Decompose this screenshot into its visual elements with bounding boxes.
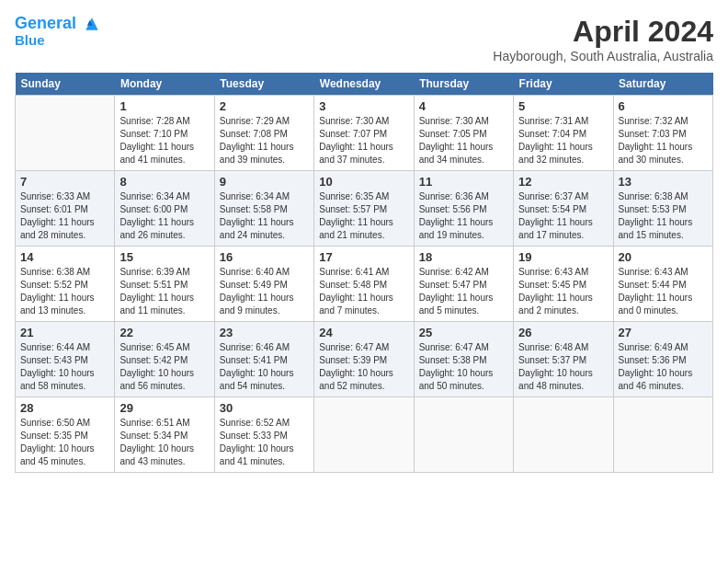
calendar-table: SundayMondayTuesdayWednesdayThursdayFrid… bbox=[15, 73, 713, 473]
day-number: 14 bbox=[20, 250, 109, 264]
calendar-cell: 1Sunrise: 7:28 AMSunset: 7:10 PMDaylight… bbox=[115, 96, 214, 171]
day-info: Sunrise: 6:38 AMSunset: 5:53 PMDaylight:… bbox=[619, 190, 708, 242]
calendar-cell: 27Sunrise: 6:49 AMSunset: 5:36 PMDayligh… bbox=[613, 322, 712, 397]
day-number: 30 bbox=[220, 401, 309, 415]
day-number: 28 bbox=[20, 401, 109, 415]
title-area: April 2024 Hayborough, South Australia, … bbox=[493, 15, 713, 63]
calendar-week-row: 14Sunrise: 6:38 AMSunset: 5:52 PMDayligh… bbox=[16, 247, 713, 322]
day-number: 15 bbox=[119, 250, 209, 264]
calendar-cell: 10Sunrise: 6:35 AMSunset: 5:57 PMDayligh… bbox=[314, 171, 414, 247]
logo-subtext: Blue bbox=[15, 33, 101, 49]
page-header: General Blue April 2024 Hayborough, Sout… bbox=[15, 15, 713, 63]
day-number: 27 bbox=[619, 326, 708, 339]
day-info: Sunrise: 6:40 AMSunset: 5:49 PMDaylight:… bbox=[220, 266, 309, 317]
day-number: 25 bbox=[419, 326, 508, 339]
day-number: 10 bbox=[319, 175, 408, 189]
calendar-cell: 21Sunrise: 6:44 AMSunset: 5:43 PMDayligh… bbox=[16, 322, 115, 397]
weekday-header: Sunday bbox=[16, 73, 115, 96]
calendar-cell: 3Sunrise: 7:30 AMSunset: 7:07 PMDaylight… bbox=[314, 96, 414, 171]
calendar-cell: 28Sunrise: 6:50 AMSunset: 5:35 PMDayligh… bbox=[16, 397, 115, 473]
day-info: Sunrise: 6:47 AMSunset: 5:39 PMDaylight:… bbox=[319, 341, 408, 393]
calendar-cell: 15Sunrise: 6:39 AMSunset: 5:51 PMDayligh… bbox=[115, 247, 214, 322]
day-info: Sunrise: 6:44 AMSunset: 5:43 PMDaylight:… bbox=[20, 341, 109, 393]
day-info: Sunrise: 6:37 AMSunset: 5:54 PMDaylight:… bbox=[518, 190, 608, 242]
weekday-header: Monday bbox=[115, 73, 214, 96]
calendar-cell: 5Sunrise: 7:31 AMSunset: 7:04 PMDaylight… bbox=[514, 96, 613, 171]
day-number: 11 bbox=[419, 175, 508, 189]
calendar-cell: 7Sunrise: 6:33 AMSunset: 6:01 PMDaylight… bbox=[16, 171, 115, 247]
calendar-cell: 11Sunrise: 6:36 AMSunset: 5:56 PMDayligh… bbox=[414, 171, 513, 247]
day-number: 21 bbox=[20, 326, 109, 339]
day-number: 24 bbox=[319, 326, 408, 339]
day-info: Sunrise: 6:43 AMSunset: 5:45 PMDaylight:… bbox=[518, 266, 608, 317]
day-info: Sunrise: 6:35 AMSunset: 5:57 PMDaylight:… bbox=[319, 190, 408, 242]
day-info: Sunrise: 6:51 AMSunset: 5:34 PMDaylight:… bbox=[119, 417, 209, 468]
calendar-cell: 29Sunrise: 6:51 AMSunset: 5:34 PMDayligh… bbox=[115, 397, 214, 473]
logo-text: General bbox=[15, 15, 101, 33]
calendar-cell bbox=[414, 397, 513, 473]
day-number: 16 bbox=[220, 250, 309, 264]
day-number: 13 bbox=[619, 175, 708, 189]
day-number: 1 bbox=[119, 99, 209, 113]
calendar-cell bbox=[514, 397, 613, 473]
month-title: April 2024 bbox=[493, 15, 713, 49]
day-info: Sunrise: 6:33 AMSunset: 6:01 PMDaylight:… bbox=[20, 190, 109, 242]
day-number: 18 bbox=[419, 250, 508, 264]
calendar-cell: 17Sunrise: 6:41 AMSunset: 5:48 PMDayligh… bbox=[314, 247, 414, 322]
calendar-cell: 4Sunrise: 7:30 AMSunset: 7:05 PMDaylight… bbox=[414, 96, 513, 171]
day-info: Sunrise: 7:31 AMSunset: 7:04 PMDaylight:… bbox=[518, 115, 608, 167]
day-info: Sunrise: 7:28 AMSunset: 7:10 PMDaylight:… bbox=[119, 115, 209, 167]
day-info: Sunrise: 6:49 AMSunset: 5:36 PMDaylight:… bbox=[619, 341, 708, 393]
day-info: Sunrise: 6:52 AMSunset: 5:33 PMDaylight:… bbox=[220, 417, 309, 468]
calendar-cell bbox=[16, 96, 115, 171]
calendar-cell: 19Sunrise: 6:43 AMSunset: 5:45 PMDayligh… bbox=[514, 247, 613, 322]
day-number: 4 bbox=[419, 99, 508, 113]
weekday-header: Tuesday bbox=[214, 73, 313, 96]
day-number: 23 bbox=[220, 326, 309, 339]
day-info: Sunrise: 6:46 AMSunset: 5:41 PMDaylight:… bbox=[220, 341, 309, 393]
calendar-week-row: 1Sunrise: 7:28 AMSunset: 7:10 PMDaylight… bbox=[16, 96, 713, 171]
weekday-header: Friday bbox=[514, 73, 613, 96]
day-number: 22 bbox=[119, 326, 209, 339]
calendar-cell: 8Sunrise: 6:34 AMSunset: 6:00 PMDaylight… bbox=[115, 171, 214, 247]
calendar-cell bbox=[314, 397, 414, 473]
day-info: Sunrise: 7:30 AMSunset: 7:05 PMDaylight:… bbox=[419, 115, 508, 167]
day-info: Sunrise: 6:38 AMSunset: 5:52 PMDaylight:… bbox=[20, 266, 109, 317]
calendar-week-row: 28Sunrise: 6:50 AMSunset: 5:35 PMDayligh… bbox=[16, 397, 713, 473]
calendar-cell: 23Sunrise: 6:46 AMSunset: 5:41 PMDayligh… bbox=[214, 322, 313, 397]
weekday-header: Wednesday bbox=[314, 73, 414, 96]
logo: General Blue bbox=[15, 15, 101, 49]
calendar-cell: 30Sunrise: 6:52 AMSunset: 5:33 PMDayligh… bbox=[214, 397, 313, 473]
day-number: 5 bbox=[518, 99, 608, 113]
day-info: Sunrise: 6:50 AMSunset: 5:35 PMDaylight:… bbox=[20, 417, 109, 468]
calendar-cell: 18Sunrise: 6:42 AMSunset: 5:47 PMDayligh… bbox=[414, 247, 513, 322]
calendar-cell: 20Sunrise: 6:43 AMSunset: 5:44 PMDayligh… bbox=[613, 247, 712, 322]
calendar-cell: 22Sunrise: 6:45 AMSunset: 5:42 PMDayligh… bbox=[115, 322, 214, 397]
day-info: Sunrise: 6:41 AMSunset: 5:48 PMDaylight:… bbox=[319, 266, 408, 317]
calendar-cell: 16Sunrise: 6:40 AMSunset: 5:49 PMDayligh… bbox=[214, 247, 313, 322]
day-number: 8 bbox=[119, 175, 209, 189]
calendar-cell: 14Sunrise: 6:38 AMSunset: 5:52 PMDayligh… bbox=[16, 247, 115, 322]
day-info: Sunrise: 6:34 AMSunset: 5:58 PMDaylight:… bbox=[220, 190, 309, 242]
calendar-cell: 13Sunrise: 6:38 AMSunset: 5:53 PMDayligh… bbox=[613, 171, 712, 247]
calendar-cell: 6Sunrise: 7:32 AMSunset: 7:03 PMDaylight… bbox=[613, 96, 712, 171]
day-info: Sunrise: 7:29 AMSunset: 7:08 PMDaylight:… bbox=[220, 115, 309, 167]
day-number: 19 bbox=[518, 250, 608, 264]
calendar-cell: 25Sunrise: 6:47 AMSunset: 5:38 PMDayligh… bbox=[414, 322, 513, 397]
calendar-cell: 9Sunrise: 6:34 AMSunset: 5:58 PMDaylight… bbox=[214, 171, 313, 247]
day-info: Sunrise: 6:42 AMSunset: 5:47 PMDaylight:… bbox=[419, 266, 508, 317]
day-number: 20 bbox=[619, 250, 708, 264]
calendar-week-row: 21Sunrise: 6:44 AMSunset: 5:43 PMDayligh… bbox=[16, 322, 713, 397]
day-info: Sunrise: 7:30 AMSunset: 7:07 PMDaylight:… bbox=[319, 115, 408, 167]
day-number: 26 bbox=[518, 326, 608, 339]
day-number: 3 bbox=[319, 99, 408, 113]
day-info: Sunrise: 6:39 AMSunset: 5:51 PMDaylight:… bbox=[119, 266, 209, 317]
calendar-header-row: SundayMondayTuesdayWednesdayThursdayFrid… bbox=[16, 73, 713, 96]
day-info: Sunrise: 6:36 AMSunset: 5:56 PMDaylight:… bbox=[419, 190, 508, 242]
calendar-cell: 12Sunrise: 6:37 AMSunset: 5:54 PMDayligh… bbox=[514, 171, 613, 247]
calendar-week-row: 7Sunrise: 6:33 AMSunset: 6:01 PMDaylight… bbox=[16, 171, 713, 247]
svg-marker-0 bbox=[85, 18, 97, 30]
day-number: 2 bbox=[220, 99, 309, 113]
calendar-cell: 26Sunrise: 6:48 AMSunset: 5:37 PMDayligh… bbox=[514, 322, 613, 397]
day-info: Sunrise: 6:45 AMSunset: 5:42 PMDaylight:… bbox=[119, 341, 209, 393]
